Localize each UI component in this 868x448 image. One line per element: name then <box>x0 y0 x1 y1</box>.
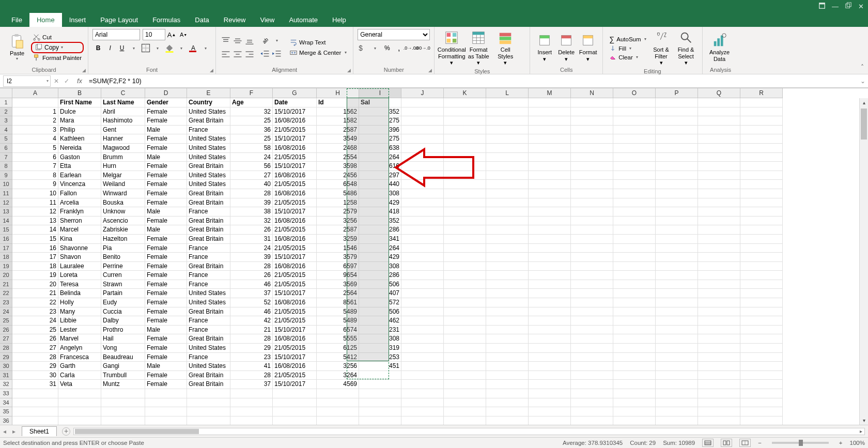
cell[interactable]: 572 <box>359 298 401 307</box>
cell[interactable]: 275 <box>359 116 401 126</box>
cell[interactable] <box>656 217 698 226</box>
cell[interactable]: 308 <box>359 334 401 344</box>
menu-tab-page-layout[interactable]: Page Layout <box>93 13 145 27</box>
cell[interactable] <box>486 116 529 126</box>
cell[interactable] <box>698 116 740 126</box>
row-header[interactable]: 9 <box>0 171 12 180</box>
cell[interactable] <box>571 326 613 335</box>
cell[interactable] <box>486 217 529 226</box>
cell[interactable]: Female <box>145 180 187 189</box>
cell[interactable] <box>740 244 783 253</box>
cell[interactable] <box>571 271 613 280</box>
cell[interactable] <box>740 389 783 398</box>
underline-button[interactable]: U <box>116 42 128 54</box>
cell[interactable] <box>401 189 444 198</box>
cell[interactable] <box>12 407 58 416</box>
row-header[interactable]: 19 <box>0 262 12 271</box>
cell[interactable] <box>613 244 656 253</box>
cell[interactable] <box>571 116 613 126</box>
cell[interactable] <box>486 207 529 217</box>
col-header-Q[interactable]: Q <box>698 88 740 98</box>
cell[interactable] <box>401 134 444 144</box>
col-header-P[interactable]: P <box>656 88 698 98</box>
cell[interactable] <box>740 225 783 235</box>
cell[interactable] <box>187 389 230 398</box>
cell[interactable] <box>656 289 698 298</box>
cell[interactable] <box>698 189 740 198</box>
cell[interactable]: 23 <box>230 353 273 362</box>
cell[interactable] <box>698 98 740 107</box>
cell[interactable] <box>12 398 58 408</box>
font-name-combo[interactable] <box>92 29 140 40</box>
cell[interactable] <box>529 362 571 371</box>
cell[interactable]: 36 <box>230 126 273 135</box>
cell[interactable] <box>145 389 187 398</box>
cell[interactable] <box>613 107 656 117</box>
col-header-B[interactable]: B <box>58 88 101 98</box>
cell[interactable]: Male <box>145 326 187 335</box>
cell[interactable] <box>740 189 783 198</box>
cell[interactable]: United States <box>187 134 230 144</box>
cell[interactable] <box>571 189 613 198</box>
cell[interactable]: Great Britain <box>187 217 230 226</box>
cell[interactable] <box>613 144 656 153</box>
cell[interactable] <box>571 244 613 253</box>
cell[interactable] <box>656 162 698 171</box>
cell[interactable]: 32 <box>230 107 273 117</box>
conditional-formatting-button[interactable]: Conditional Formatting ▾ <box>439 29 464 67</box>
cell[interactable] <box>613 344 656 353</box>
cell[interactable]: Curren <box>101 271 145 280</box>
dialog-launcher-icon[interactable]: ◢ <box>210 68 213 73</box>
menu-tab-automate[interactable]: Automate <box>282 13 325 27</box>
cell[interactable] <box>698 162 740 171</box>
cell[interactable] <box>613 198 656 208</box>
cell[interactable]: United States <box>187 362 230 371</box>
cell[interactable]: 3259 <box>317 235 359 244</box>
cell[interactable]: Country <box>187 98 230 107</box>
cells-area[interactable]: First NameLast NameGenderCountryAgeDateI… <box>12 98 783 425</box>
hscroll-right-icon[interactable]: ▸ <box>857 428 864 435</box>
cell[interactable]: Philip <box>58 126 101 135</box>
cell[interactable] <box>444 144 486 153</box>
col-header-R[interactable]: R <box>740 88 783 98</box>
cell[interactable]: 616 <box>359 162 401 171</box>
cell[interactable] <box>740 362 783 371</box>
cell[interactable] <box>529 207 571 217</box>
cell[interactable]: 6548 <box>317 180 359 189</box>
merge-center-button[interactable]: Merge & Center▾ <box>288 49 349 57</box>
row-header[interactable]: 21 <box>0 280 12 289</box>
row-header[interactable]: 26 <box>0 326 12 335</box>
cell[interactable] <box>740 271 783 280</box>
cell[interactable]: Female <box>145 280 187 289</box>
cell[interactable]: 8 <box>12 171 58 180</box>
cell[interactable] <box>401 353 444 362</box>
cell[interactable] <box>656 371 698 380</box>
dialog-launcher-icon[interactable]: ◢ <box>428 68 432 73</box>
cell[interactable] <box>656 235 698 244</box>
cell[interactable]: 24 <box>12 316 58 326</box>
cell[interactable] <box>401 107 444 117</box>
cell[interactable]: 12 <box>12 207 58 217</box>
cell[interactable]: Female <box>145 244 187 253</box>
cell[interactable]: Female <box>145 253 187 262</box>
cell[interactable]: 27 <box>12 344 58 353</box>
ribbon-display-options-icon[interactable] <box>818 2 826 11</box>
cell[interactable]: 16/08/2016 <box>273 144 317 153</box>
cell[interactable] <box>401 316 444 326</box>
cell[interactable] <box>401 362 444 371</box>
row-header[interactable]: 12 <box>0 198 12 208</box>
spreadsheet-grid[interactable]: ABCDEFGHIJKLMNOPQR 123456789101112131415… <box>0 88 868 425</box>
row-header[interactable]: 5 <box>0 134 12 144</box>
cell[interactable]: 286 <box>359 271 401 280</box>
cell[interactable] <box>529 316 571 326</box>
cell[interactable]: Female <box>145 162 187 171</box>
cell[interactable] <box>444 217 486 226</box>
cell[interactable] <box>401 98 444 107</box>
cell[interactable] <box>571 334 613 344</box>
col-header-J[interactable]: J <box>401 88 444 98</box>
sheet-nav-next-icon[interactable]: ▸ <box>9 428 19 435</box>
col-header-M[interactable]: M <box>529 88 571 98</box>
cell[interactable] <box>273 389 317 398</box>
cell[interactable] <box>529 235 571 244</box>
cell[interactable]: 46 <box>230 307 273 317</box>
